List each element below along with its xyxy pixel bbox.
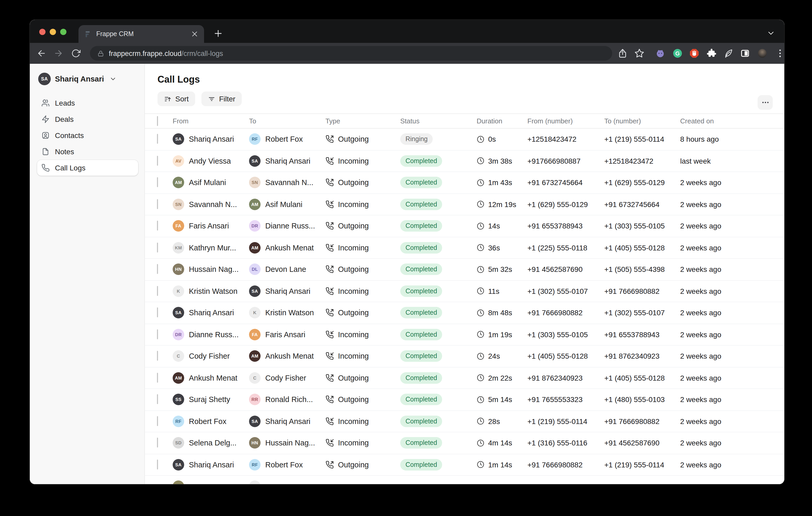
sidebar-item-contacts[interactable]: Contacts xyxy=(37,127,138,143)
avatar: AM xyxy=(173,177,184,188)
table-row[interactable]: SNSavannah N...AMAsif MulaniIncomingComp… xyxy=(145,194,784,215)
table-row[interactable]: AVAndy ViessaSAShariq AnsariIncomingComp… xyxy=(145,150,784,172)
row-checkbox[interactable] xyxy=(157,438,158,448)
table-row[interactable]: SDSelena Delg...HNHussain Nag...Incoming… xyxy=(145,432,784,454)
window-minimize-button[interactable] xyxy=(50,29,56,35)
phone-incoming-icon xyxy=(325,352,334,361)
table-row[interactable]: SAShariq AnsariKKristin WatsonOutgoingCo… xyxy=(145,302,784,324)
from-number-cell: +91 7666980882 xyxy=(527,461,604,469)
avatar: SA xyxy=(38,73,51,85)
person-cell: DLDevon Lane xyxy=(249,264,325,275)
row-checkbox[interactable] xyxy=(157,221,158,231)
bookmark-star-icon[interactable] xyxy=(634,48,645,59)
tab-search-chevron-icon[interactable] xyxy=(766,29,775,38)
row-checkbox[interactable] xyxy=(157,243,158,252)
avatar: SA xyxy=(249,416,261,427)
grammarly-extension-icon[interactable]: G xyxy=(672,48,683,59)
table-row[interactable]: AMAnkush MenatCCody FisherOutgoingComple… xyxy=(145,367,784,389)
table-row[interactable]: SAShariq AnsariRFRobert FoxOutgoingRingi… xyxy=(145,129,784,150)
call-type-label: Outgoing xyxy=(338,135,369,144)
table-row[interactable]: FAFaris AnsariDRDianne Russ...OutgoingCo… xyxy=(145,215,784,237)
sidebar-item-deals[interactable]: Deals xyxy=(37,111,138,127)
side-panel-icon[interactable] xyxy=(740,48,750,59)
call-type-cell: Outgoing xyxy=(325,374,400,382)
filter-button[interactable]: Filter xyxy=(201,91,241,106)
row-checkbox[interactable] xyxy=(157,394,158,404)
column-header-type: Type xyxy=(325,117,400,125)
phone-incoming-icon xyxy=(325,157,334,165)
table-row[interactable]: DRDianne Russ...FAFaris AnsariIncomingCo… xyxy=(145,324,784,345)
share-icon[interactable] xyxy=(617,48,628,59)
avatar: KM xyxy=(173,242,184,253)
refresh-button[interactable] xyxy=(71,49,81,58)
more-options-button[interactable] xyxy=(758,95,773,110)
clock-icon xyxy=(476,157,485,165)
table-row[interactable]: SAShariq AnsariRFRobert FoxOutgoingCompl… xyxy=(145,454,784,476)
sidebar-item-leads[interactable]: Leads xyxy=(37,95,138,111)
person-name: Robert Fox xyxy=(265,461,303,469)
phone-incoming-icon xyxy=(325,287,334,295)
person-name: Ronald Rich... xyxy=(265,395,313,404)
github-extension-icon[interactable] xyxy=(655,48,666,59)
table-row[interactable]: RFRobert FoxSAShariq AnsariIncomingCompl… xyxy=(145,411,784,432)
browser-profile-avatar[interactable] xyxy=(757,48,767,59)
new-tab-button[interactable] xyxy=(213,28,224,39)
window-zoom-button[interactable] xyxy=(60,29,66,35)
browser-menu-kebab-icon[interactable] xyxy=(775,48,784,59)
column-header-from-number: From (number) xyxy=(527,117,604,125)
person-cell: SAShariq Ansari xyxy=(173,459,249,471)
row-checkbox[interactable] xyxy=(157,416,158,426)
window-close-button[interactable] xyxy=(39,29,46,35)
back-button[interactable] xyxy=(37,49,46,58)
avatar: K xyxy=(173,285,184,297)
created-on-cell: 2 weeks ago xyxy=(680,265,784,274)
duration-cell: 1m 14s xyxy=(476,461,527,469)
address-bar[interactable]: frappecrm.frappe.cloud/crm/call-logs xyxy=(90,46,612,61)
phone-outgoing-icon xyxy=(325,461,334,469)
table-row[interactable]: AMAsif MulaniSNSavannah N...OutgoingComp… xyxy=(145,172,784,194)
row-checkbox[interactable] xyxy=(157,329,158,339)
sidebar-item-notes[interactable]: Notes xyxy=(37,144,138,159)
adblock-extension-icon[interactable] xyxy=(689,48,699,59)
sidebar-item-call-logs[interactable]: Call Logs xyxy=(37,160,138,176)
person-name: Devon Lane xyxy=(265,265,306,274)
page-title: Call Logs xyxy=(157,74,784,85)
table-row[interactable]: CCody FisherAMAnkush MenatIncomingComple… xyxy=(145,345,784,367)
table-row-partial[interactable] xyxy=(145,476,784,484)
row-checkbox[interactable] xyxy=(157,373,158,383)
extensions-puzzle-icon[interactable] xyxy=(706,48,717,59)
person-cell: SSSuraj Shetty xyxy=(173,394,249,405)
table-row[interactable]: KKristin WatsonSAShariq AnsariIncomingCo… xyxy=(145,280,784,302)
from-number-cell: +1 (316) 555-0116 xyxy=(527,439,604,447)
avatar: AM xyxy=(249,351,261,362)
row-checkbox[interactable] xyxy=(157,286,158,296)
row-checkbox[interactable] xyxy=(157,351,158,361)
sort-label: Sort xyxy=(175,95,188,103)
table-row[interactable]: KMKathryn Mur...AMAnkush MenatIncomingCo… xyxy=(145,237,784,259)
select-all-checkbox[interactable] xyxy=(157,116,158,126)
row-checkbox[interactable] xyxy=(157,178,158,187)
row-checkbox[interactable] xyxy=(157,199,158,209)
row-checkbox[interactable] xyxy=(157,308,158,317)
created-on-cell: 2 weeks ago xyxy=(680,222,784,230)
clock-icon xyxy=(476,222,485,230)
row-checkbox[interactable] xyxy=(157,156,158,166)
sort-button[interactable]: Sort xyxy=(157,91,195,106)
browser-tab[interactable]: Frappe CRM xyxy=(79,25,204,43)
call-type-cell: Incoming xyxy=(325,244,400,252)
person-name: Andy Viessa xyxy=(189,157,231,165)
from-number-cell: +12518423472 xyxy=(527,135,604,144)
row-checkbox[interactable] xyxy=(157,264,158,274)
table-row[interactable]: HNHussain Nag...DLDevon LaneOutgoingComp… xyxy=(145,259,784,280)
chevron-down-icon xyxy=(109,75,117,83)
row-checkbox[interactable] xyxy=(157,134,158,144)
leaf-extension-icon[interactable] xyxy=(723,48,733,59)
row-checkbox[interactable] xyxy=(157,459,158,469)
deals-icon xyxy=(41,115,50,123)
tab-close-icon[interactable] xyxy=(191,30,199,38)
user-menu[interactable]: SA Shariq Ansari xyxy=(37,72,138,86)
person-cell: FAFaris Ansari xyxy=(173,220,249,232)
window-controls xyxy=(39,29,66,35)
forward-button[interactable] xyxy=(54,49,63,58)
table-row[interactable]: SSSuraj ShettyRRRonald Rich...OutgoingCo… xyxy=(145,389,784,411)
